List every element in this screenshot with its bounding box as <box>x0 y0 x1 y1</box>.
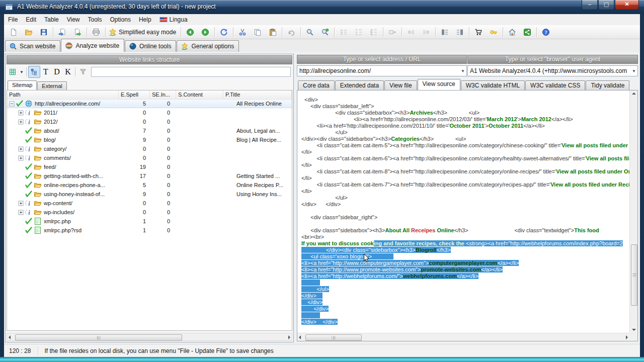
expand-icon[interactable] <box>18 155 24 161</box>
table-row[interactable]: xmlrpc.php?rsd10 <box>7 226 292 235</box>
refresh-button[interactable] <box>216 26 231 39</box>
expand-icon[interactable] <box>18 201 24 206</box>
table-row[interactable]: xmlrpc.php10 <box>7 217 292 226</box>
collapse-icon[interactable] <box>9 101 15 107</box>
menu-item-table[interactable]: Table <box>40 15 63 25</box>
left-horizontal-scrollbar[interactable] <box>7 333 292 341</box>
new-project-button[interactable] <box>6 26 21 39</box>
maximize-button[interactable]: ▢ <box>598 0 614 10</box>
chevron-down-icon[interactable]: ▼ <box>630 69 637 73</box>
tree-collapse-button[interactable] <box>351 26 366 39</box>
table-row[interactable]: online-recipes-phone-a...50Online Recipe… <box>7 180 292 190</box>
letter-button-t[interactable]: T <box>40 67 51 76</box>
filter-button[interactable] <box>77 66 89 78</box>
scroll-up-icon[interactable] <box>632 93 636 95</box>
letter-button-d[interactable]: D <box>51 67 62 76</box>
scroll-down-icon[interactable] <box>632 329 636 331</box>
node-view2-button[interactable] <box>452 26 467 39</box>
table-row[interactable]: about/70About, Legal an... <box>7 126 292 135</box>
tab-view-file[interactable]: View file <box>384 80 417 90</box>
menu-item-help[interactable]: Help <box>135 15 155 25</box>
view-mode-button[interactable] <box>7 66 19 78</box>
menu-item-tools[interactable]: Tools <box>84 15 106 25</box>
copy-button[interactable] <box>250 26 265 39</box>
home-button[interactable] <box>505 26 520 39</box>
minimize-button[interactable]: – <box>582 0 598 10</box>
tab-extended-data[interactable]: Extended data <box>335 80 384 90</box>
import-file-button[interactable] <box>55 26 70 39</box>
table-row[interactable]: icategory/00 <box>7 144 292 153</box>
paste-button[interactable] <box>265 26 280 39</box>
simplified-easy-mode-button[interactable]: Simplified easy mode <box>107 26 179 39</box>
table-row[interactable]: getting-started-with-ch...170Getting Sta… <box>7 171 292 180</box>
source-vertical-scrollbar[interactable] <box>629 90 637 333</box>
expand-icon[interactable] <box>18 110 24 116</box>
tab-analyze-website[interactable]: Analyze website <box>61 39 124 52</box>
expand-icon[interactable] <box>18 146 24 152</box>
open-project-button[interactable] <box>21 26 36 39</box>
menu-item-lingua[interactable]: Lingua <box>155 14 192 25</box>
table-row[interactable]: using-honey-instead-of...90Using Honey I… <box>7 190 292 199</box>
source-vscroll-thumb[interactable] <box>631 244 637 306</box>
table-row[interactable]: icomments/00 <box>7 153 292 162</box>
menu-item-file[interactable]: File <box>4 15 22 25</box>
table-row[interactable]: i2012/00 <box>7 117 292 126</box>
view-mode-dropdown[interactable]: ▼ <box>19 66 25 77</box>
table-row[interactable]: iwp-includes/00 <box>7 208 292 217</box>
tree-structure-toggle[interactable] <box>28 66 40 78</box>
expand-icon[interactable] <box>18 119 24 125</box>
tab-core-data[interactable]: Core data <box>298 80 335 90</box>
column-header-e-spell[interactable]: E.Spell <box>119 90 150 99</box>
tab-tidy-validate[interactable]: Tidy validate <box>586 80 629 90</box>
scroll-right-icon[interactable] <box>288 335 290 339</box>
address-combobox[interactable]: http://allrecipesonline.com/ ▼ <box>297 65 467 76</box>
shift-left-button[interactable] <box>404 26 419 39</box>
undo-button[interactable] <box>284 26 299 39</box>
shift-right-button[interactable] <box>419 26 434 39</box>
table-row[interactable]: feed/190 <box>7 162 292 171</box>
share-button[interactable] <box>520 26 535 39</box>
user-agent-combobox[interactable]: A1 Website Analyzer/4.0.4 (+http://www.m… <box>467 65 638 76</box>
table-row[interactable]: blog/90Blog | All Recipe... <box>7 135 292 144</box>
tree-levels-button[interactable] <box>366 26 381 39</box>
column-header-path[interactable]: Path <box>7 90 119 99</box>
filter-input[interactable] <box>91 67 291 77</box>
table-row[interactable]: http://allrecipesonline.com/50All Recipe… <box>7 99 292 108</box>
tab-general-options[interactable]: General options <box>177 40 239 52</box>
help-button[interactable]: ? <box>538 26 553 39</box>
node-view-button[interactable] <box>437 26 452 39</box>
expand-icon[interactable] <box>18 210 24 215</box>
tab-online-tools[interactable]: Online tools <box>125 40 176 52</box>
tree-expand-button[interactable] <box>336 26 351 39</box>
save-project-button[interactable] <box>36 26 51 39</box>
column-header-se-in[interactable]: SE.In... <box>150 90 176 99</box>
menu-item-options[interactable]: Options <box>106 15 135 25</box>
back-button[interactable] <box>183 26 198 39</box>
source-view[interactable]: <div> <div class="sidebar_left"> <div cl… <box>297 90 629 333</box>
register-button[interactable] <box>486 26 501 39</box>
table-row[interactable]: iwp-content/00 <box>7 199 292 208</box>
source-horizontal-scrollbar[interactable] <box>297 333 629 341</box>
scroll-right-icon[interactable] <box>626 335 628 339</box>
column-header-p-title[interactable]: P.Title <box>223 90 292 99</box>
chevron-down-icon[interactable]: ▼ <box>459 69 466 73</box>
left-hscroll-thumb[interactable] <box>15 334 182 341</box>
letter-button-k[interactable]: K <box>62 67 73 76</box>
buy-button[interactable] <box>471 26 486 39</box>
close-button[interactable]: ✕ <box>615 0 639 10</box>
tab-external[interactable]: External <box>37 81 66 90</box>
export-file-button[interactable] <box>70 26 85 39</box>
menu-item-view[interactable]: View <box>63 15 84 25</box>
menu-item-edit[interactable]: Edit <box>22 15 40 25</box>
cut-button[interactable] <box>235 26 250 39</box>
print-button[interactable] <box>89 26 104 39</box>
search-button[interactable] <box>302 26 317 39</box>
tab-w3c-validate-html[interactable]: W3C validate HTML <box>461 80 525 90</box>
forward-button[interactable] <box>198 26 213 39</box>
source-hscroll-thumb[interactable] <box>305 334 362 341</box>
move-branch-button[interactable] <box>385 26 400 39</box>
scroll-left-icon[interactable] <box>9 335 11 339</box>
tab-sitemap[interactable]: Sitemap <box>8 80 37 90</box>
tab-w3c-validate-css[interactable]: W3C validate CSS <box>525 80 585 90</box>
tab-view-source[interactable]: View source <box>418 79 460 90</box>
